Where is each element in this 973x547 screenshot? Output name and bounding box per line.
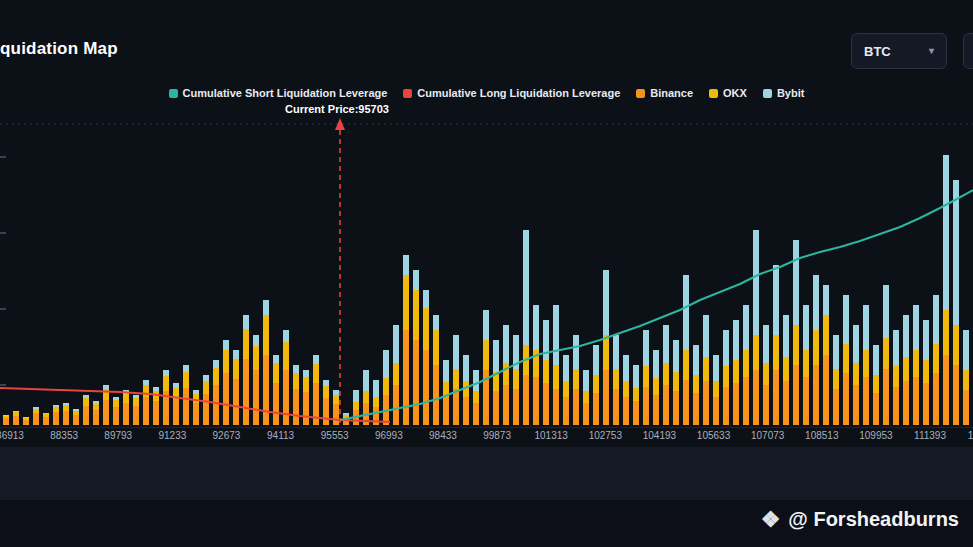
liquidation-bar [373, 380, 379, 425]
bar-segment [373, 397, 379, 407]
bar-segment [73, 409, 79, 411]
bar-segment [643, 387, 649, 425]
bar-segment [153, 401, 159, 425]
liquidation-chart[interactable] [0, 118, 973, 430]
bar-segment [883, 369, 889, 425]
bar-segment [743, 350, 749, 377]
x-tick-label: 112833 [968, 430, 973, 441]
bar-segment [583, 370, 589, 391]
liquidation-bar [813, 275, 819, 425]
liquidation-bar [153, 387, 159, 425]
chart-area[interactable] [0, 118, 973, 430]
bar-segment [343, 413, 349, 415]
liquidation-bar [453, 335, 459, 425]
bar-segment [883, 338, 889, 369]
legend-item-cumulative-short-liquidation-leverage[interactable]: Cumulative Short Liquidation Leverage [169, 87, 388, 99]
bar-segment [773, 265, 779, 335]
bar-segment [653, 395, 659, 425]
legend-item-bybit[interactable]: Bybit [763, 87, 805, 99]
bar-segment [743, 377, 749, 425]
bar-segment [733, 360, 739, 383]
bar-segment [903, 381, 909, 425]
bar-segment [763, 363, 769, 385]
legend-label: Cumulative Short Liquidation Leverage [183, 87, 388, 99]
bar-segment [13, 411, 19, 412]
bar-segment [403, 330, 409, 425]
legend-label: Cumulative Long Liquidation Leverage [417, 87, 620, 99]
diamond-logo-icon: ❖ [761, 509, 781, 531]
liquidation-bar [13, 411, 19, 425]
bar-segment [573, 335, 579, 369]
bar-segment [323, 398, 329, 425]
legend: Cumulative Short Liquidation LeverageCum… [0, 87, 973, 99]
bar-segment [703, 357, 709, 381]
bar-segment [583, 403, 589, 425]
legend-swatch [169, 89, 178, 98]
bar-segment [143, 397, 149, 425]
liquidation-bar [493, 340, 499, 425]
bar-segment [283, 370, 289, 425]
bar-segment [573, 369, 579, 389]
bar-segment [873, 375, 879, 393]
bar-segment [63, 411, 69, 425]
bar-segment [93, 404, 99, 410]
x-tick-label: 107073 [751, 430, 784, 441]
liquidation-bar [723, 330, 729, 425]
bar-segment [613, 389, 619, 425]
bar-segment [303, 377, 309, 392]
legend-label: Binance [650, 87, 693, 99]
bar-segment [453, 389, 459, 425]
bar-segment [853, 385, 859, 425]
liquidation-bar [833, 335, 839, 425]
liquidation-bar [63, 403, 69, 425]
bar-segment [913, 305, 919, 350]
liquidation-bar [603, 270, 609, 425]
liquidation-bar [713, 355, 719, 425]
liquidation-bar [923, 320, 929, 425]
bar-segment [593, 345, 599, 375]
bar-segment [213, 360, 219, 368]
bar-segment [293, 365, 299, 373]
bar-segment [763, 325, 769, 363]
bar-segment [703, 315, 709, 357]
bar-segment [463, 355, 469, 381]
liquidation-bar [133, 395, 139, 425]
liquidation-bar [3, 415, 9, 425]
bar-segment [863, 305, 869, 350]
bar-segment [43, 417, 49, 425]
liquidation-bar [433, 315, 439, 425]
legend-item-cumulative-long-liquidation-leverage[interactable]: Cumulative Long Liquidation Leverage [403, 87, 620, 99]
x-tick-label: 108513 [805, 430, 838, 441]
bar-segment [103, 400, 109, 425]
bar-segment [853, 363, 859, 385]
bar-segment [763, 385, 769, 425]
legend-swatch [763, 89, 772, 98]
liquidation-bar [113, 397, 119, 425]
bar-segment [673, 372, 679, 391]
partial-control[interactable] [963, 33, 973, 69]
bar-segment [573, 389, 579, 425]
legend-item-okx[interactable]: OKX [709, 87, 747, 99]
bar-segment [833, 389, 839, 425]
bar-segment [953, 365, 959, 425]
liquidation-bar [913, 305, 919, 425]
bar-segment [3, 418, 9, 425]
bar-segment [453, 369, 459, 389]
legend-item-binance[interactable]: Binance [636, 87, 693, 99]
symbol-select[interactable]: BTC ▾ [851, 33, 947, 69]
bar-segment [803, 350, 809, 377]
bar-segment [283, 342, 289, 370]
liquidation-bar [313, 355, 319, 425]
liquidation-bar [253, 335, 259, 425]
bar-segment [943, 355, 949, 425]
bar-segment [83, 406, 89, 425]
liquidation-bar [683, 275, 689, 425]
bar-segment [833, 335, 839, 369]
liquidation-bar [773, 265, 779, 425]
bar-segment [843, 373, 849, 425]
bar-segment [193, 390, 199, 394]
bar-segment [933, 373, 939, 425]
bar-segment [113, 400, 119, 407]
bar-segment [103, 385, 109, 389]
liquidation-bar [83, 395, 89, 425]
